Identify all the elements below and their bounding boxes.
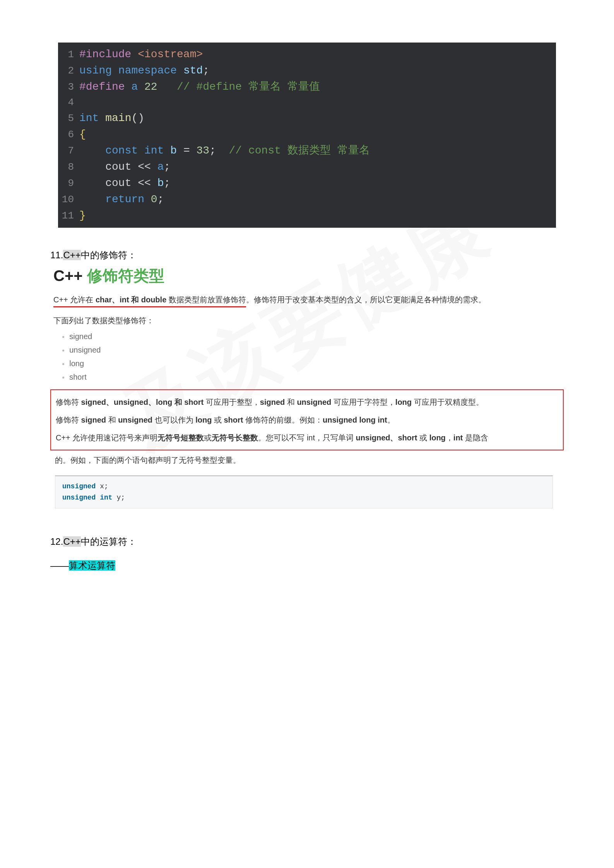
token [131,161,138,173]
text: 是隐含 [463,433,488,442]
token [131,177,138,189]
id: y; [113,494,125,501]
list-intro-paragraph: 下面列出了数据类型修饰符： [53,314,564,327]
token [151,177,157,189]
code-light-line-1: unsigned x; [62,481,546,492]
token: #include [79,48,131,60]
text: unsigned [297,398,331,406]
code-line: 11} [58,208,556,224]
redbox-p2: 修饰符 signed 和 unsigned 也可以作为 long 或 short… [56,413,558,427]
text: signed [81,416,106,424]
text: short [224,416,243,424]
kw: int [100,494,112,501]
list-item: short [62,373,564,382]
section-12-suffix: 中的运算符： [81,536,137,547]
code-line: 10 return 0; [58,191,556,208]
title-prefix: C++ [53,267,87,284]
token [157,81,177,93]
code-content: const int b = 33; // const 数据类型 常量名 [79,143,370,159]
text: unsigned、short [356,433,417,442]
token: 0 [151,193,157,205]
text: 修饰符 [56,416,81,424]
line-number: 10 [58,192,79,207]
token [79,161,105,173]
line-number: 2 [58,63,79,78]
line-number: 3 [58,80,79,95]
code-block-dark: 1#include <iostream>2using namespace std… [58,43,556,228]
code-content: int main() [79,110,144,126]
code-content: return 0; [79,191,164,208]
token: << [138,177,151,189]
line-number: 6 [58,127,79,142]
token: const [105,145,138,157]
token: // const 数据类型 常量名 [229,145,370,157]
code-line: 6{ [58,126,556,143]
token [190,145,197,157]
arithmetic-operators-line: ——算术运算符 [50,559,564,572]
code-line: 5int main() [58,110,556,126]
section-12-number: 12. [50,536,63,547]
token: a [131,81,138,93]
token: 33 [197,145,210,157]
text: 修饰符 [56,398,81,406]
token [79,177,105,189]
kw: unsigned [62,494,96,501]
section-11-hl: C++ [63,250,80,260]
token: } [79,210,86,222]
id: x; [96,483,108,490]
token: // #define 常量名 常量值 [177,81,320,93]
arithmetic-hl: 算术运算符 [69,560,115,571]
text: long [195,416,212,424]
line-number: 8 [58,160,79,175]
token [177,65,183,77]
token: int [144,145,164,157]
intro-paragraph: C++ 允许在 char、int 和 double 数据类型前放置修饰符 。修饰… [53,293,564,307]
code-line: 1#include <iostream> [58,46,556,63]
text: signed [260,398,285,406]
token: () [131,112,144,124]
token: ; [164,161,170,173]
line-number: 5 [58,111,79,126]
after-redbox-text: 的。例如，下面的两个语句都声明了无符号整型变量。 [55,453,564,467]
title-green: 修饰符类型 [87,267,164,284]
text: unsigned [118,416,152,424]
list-item: signed [62,332,564,341]
token [216,145,229,157]
redbox-p1: 修饰符 signed、unsigned、long 和 short 可应用于整型，… [56,395,558,409]
text: 可应用于整型， [204,398,260,406]
text: C++ 允许使用速记符号来声明 [56,433,157,442]
token: { [79,128,86,140]
token: ; [157,193,164,205]
token [138,81,144,93]
code-block-light: unsigned x; unsigned int y; [55,475,553,508]
token: << [138,161,151,173]
section-11-suffix: 中的修饰符： [81,250,137,260]
text: 可应用于字符型， [331,398,395,406]
code-line: 7 const int b = 33; // const 数据类型 常量名 [58,143,556,159]
token: = [183,145,190,157]
token [99,112,105,124]
text: unsigned long int [323,416,387,424]
token: 22 [144,81,157,93]
token [79,145,105,157]
text: int [453,433,463,442]
text: 。 [387,416,395,424]
line-number: 7 [58,143,79,159]
section-11-label: 11.C++中的修饰符： [50,249,564,261]
code-line: 4 [58,95,556,110]
code-content: } [79,208,86,224]
code-content: cout << b; [79,175,170,191]
red-callout-box: 修饰符 signed、unsigned、long 和 short 可应用于整型，… [50,389,564,450]
list-item: unsigned [62,346,564,355]
modifiers-title: C++ 修饰符类型 [53,265,564,286]
token [112,65,118,77]
token [144,193,151,205]
token: return [105,193,144,205]
code-line: 2using namespace std; [58,63,556,79]
p1-ul-bold: char、int 和 double [96,295,166,304]
token: ; [203,65,209,77]
p1-rest: 。修饰符用于改变基本类型的含义，所以它更能满足各种情境的需求。 [246,295,486,304]
token [125,81,132,93]
section-12-hl: C++ [63,536,80,547]
line-number: 11 [58,208,79,223]
